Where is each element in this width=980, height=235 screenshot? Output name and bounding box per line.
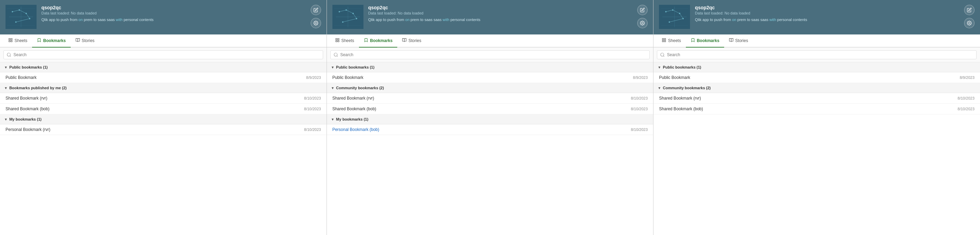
svg-rect-12 bbox=[11, 38, 13, 40]
desc-with: with bbox=[116, 17, 123, 22]
bookmark-date: 8/9/2023 bbox=[960, 75, 974, 79]
section-label: Bookmarks published by me (2) bbox=[9, 86, 67, 90]
section-header-community-bookmarks[interactable]: ▼Community bookmarks (2) bbox=[654, 83, 980, 93]
desc-on: on bbox=[405, 17, 409, 22]
bookmark-list: ▼Public bookmarks (1)Public Bookmark8/9/… bbox=[327, 62, 654, 235]
tab-stories[interactable]: Stories bbox=[724, 35, 753, 48]
edit-button[interactable] bbox=[964, 5, 974, 15]
tabs-bar: SheetsBookmarksStories bbox=[327, 35, 654, 48]
settings-button[interactable] bbox=[964, 18, 974, 28]
chevron-down-icon: ▼ bbox=[658, 65, 661, 69]
search-input[interactable] bbox=[657, 50, 977, 59]
search-input[interactable] bbox=[330, 50, 650, 59]
svg-rect-26 bbox=[336, 38, 337, 40]
app-thumbnail bbox=[6, 5, 37, 29]
section-header-public-bookmarks[interactable]: ▼Public bookmarks (1) bbox=[327, 62, 654, 72]
section-header-my-bookmarks[interactable]: ▼My bookmarks (1) bbox=[0, 114, 326, 124]
svg-rect-27 bbox=[337, 38, 339, 40]
bookmark-link[interactable]: Personal Bookmark (bob) bbox=[332, 127, 379, 132]
stories-tab-label: Stories bbox=[408, 38, 421, 43]
section-header-public-bookmarks[interactable]: ▼Public bookmarks (1) bbox=[0, 62, 326, 72]
bookmark-item[interactable]: Shared Bookmark (rvr)8/10/2023 bbox=[327, 93, 654, 104]
settings-button[interactable] bbox=[637, 18, 648, 28]
svg-rect-13 bbox=[11, 41, 13, 42]
svg-rect-43 bbox=[665, 41, 666, 42]
settings-button[interactable] bbox=[311, 18, 321, 28]
bookmark-item[interactable]: Shared Bookmark (rvr)8/10/2023 bbox=[654, 93, 980, 104]
section-label: Community bookmarks (2) bbox=[663, 86, 711, 90]
section-header-community-bookmarks[interactable]: ▼Community bookmarks (2) bbox=[327, 83, 654, 93]
bookmark-item[interactable]: Personal Bookmark (rvr)8/10/2023 bbox=[0, 124, 326, 135]
stories-tab-icon bbox=[402, 38, 407, 43]
bookmark-item[interactable]: Personal Bookmark (bob)8/10/2023 bbox=[327, 124, 654, 135]
stories-tab-label: Stories bbox=[735, 38, 748, 43]
svg-rect-29 bbox=[336, 41, 337, 42]
section-header-my-bookmarks[interactable]: ▼My bookmarks (1) bbox=[327, 114, 654, 124]
tab-sheets[interactable]: Sheets bbox=[3, 35, 32, 48]
edit-button[interactable] bbox=[637, 5, 648, 15]
bookmark-date: 8/9/2023 bbox=[633, 75, 648, 79]
tab-bookmarks[interactable]: Bookmarks bbox=[359, 35, 397, 48]
section-label: Public bookmarks (1) bbox=[9, 65, 48, 69]
bookmark-item[interactable]: Public Bookmark8/9/2023 bbox=[327, 72, 654, 83]
search-bar bbox=[0, 48, 326, 62]
bookmark-item[interactable]: Shared Bookmark (bob)8/10/2023 bbox=[0, 104, 326, 114]
bookmark-name: Shared Bookmark (rvr) bbox=[332, 96, 624, 101]
app-header: qsop2qcData last loaded: No data loadedQ… bbox=[327, 0, 654, 35]
sheets-tab-label: Sheets bbox=[668, 38, 681, 43]
bookmark-item[interactable]: Public Bookmark8/9/2023 bbox=[0, 72, 326, 83]
tab-sheets[interactable]: Sheets bbox=[330, 35, 359, 48]
svg-point-40 bbox=[969, 22, 970, 24]
bookmark-item[interactable]: Public Bookmark8/9/2023 bbox=[654, 72, 980, 83]
app-info: qsop2qcData last loaded: No data loadedQ… bbox=[695, 5, 961, 22]
bookmark-list: ▼Public bookmarks (1)Public Bookmark8/9/… bbox=[0, 62, 326, 235]
app-subtitle: Data last loaded: No data loaded bbox=[368, 11, 634, 15]
search-bar bbox=[654, 48, 980, 62]
bookmark-item[interactable]: Shared Bookmark (bob)8/10/2023 bbox=[327, 104, 654, 114]
bookmarks-tab-icon bbox=[691, 38, 695, 43]
section-header-published-by-me[interactable]: ▼Bookmarks published by me (2) bbox=[0, 83, 326, 93]
sheets-tab-label: Sheets bbox=[341, 38, 354, 43]
chevron-down-icon: ▼ bbox=[4, 86, 8, 90]
bookmarks-tab-label: Bookmarks bbox=[370, 38, 392, 43]
search-input[interactable] bbox=[3, 50, 323, 59]
app-desc: Qlik app to push from on prem to saas sa… bbox=[41, 17, 307, 22]
bookmark-date: 8/10/2023 bbox=[304, 127, 321, 132]
app-header: qsop2qcData last loaded: No data loadedQ… bbox=[654, 0, 980, 35]
bookmark-date: 8/9/2023 bbox=[306, 75, 321, 79]
bookmarks-tab-label: Bookmarks bbox=[697, 38, 719, 43]
bookmark-name: Public Bookmark bbox=[659, 75, 953, 80]
tab-sheets[interactable]: Sheets bbox=[657, 35, 686, 48]
edit-button[interactable] bbox=[311, 5, 321, 15]
header-actions bbox=[311, 5, 321, 28]
app-title: qsop2qc bbox=[41, 5, 307, 10]
panel-2: qsop2qcData last loaded: No data loadedQ… bbox=[327, 0, 654, 235]
bookmark-list: ▼Public bookmarks (1)Public Bookmark8/9/… bbox=[654, 62, 980, 235]
svg-rect-42 bbox=[665, 38, 666, 40]
bookmark-name: Shared Bookmark (rvr) bbox=[6, 96, 297, 101]
tab-stories[interactable]: Stories bbox=[397, 35, 426, 48]
svg-point-25 bbox=[642, 22, 643, 24]
svg-point-10 bbox=[315, 22, 317, 24]
svg-rect-11 bbox=[9, 38, 10, 40]
app-title: qsop2qc bbox=[368, 5, 634, 10]
bookmarks-tab-icon bbox=[364, 38, 368, 43]
panel-1: qsop2qcData last loaded: No data loadedQ… bbox=[0, 0, 327, 235]
desc-on: on bbox=[79, 17, 83, 22]
svg-rect-41 bbox=[662, 38, 664, 40]
tab-stories[interactable]: Stories bbox=[71, 35, 99, 48]
bookmark-date: 8/10/2023 bbox=[631, 107, 648, 111]
stories-tab-icon bbox=[76, 38, 80, 43]
app-thumbnail bbox=[332, 5, 363, 29]
tab-bookmarks[interactable]: Bookmarks bbox=[32, 35, 70, 48]
bookmark-name: Public Bookmark bbox=[332, 75, 626, 80]
section-header-public-bookmarks[interactable]: ▼Public bookmarks (1) bbox=[654, 62, 980, 72]
bookmark-name: Shared Bookmark (bob) bbox=[6, 106, 297, 111]
bookmark-item[interactable]: Shared Bookmark (bob)8/10/2023 bbox=[654, 104, 980, 114]
bookmark-item[interactable]: Shared Bookmark (rvr)8/10/2023 bbox=[0, 93, 326, 104]
bookmark-name: Shared Bookmark (bob) bbox=[332, 106, 624, 111]
bookmark-name: Personal Bookmark (bob) bbox=[332, 127, 624, 132]
stories-tab-label: Stories bbox=[82, 38, 94, 43]
tab-bookmarks[interactable]: Bookmarks bbox=[686, 35, 724, 48]
search-bar bbox=[327, 48, 654, 62]
